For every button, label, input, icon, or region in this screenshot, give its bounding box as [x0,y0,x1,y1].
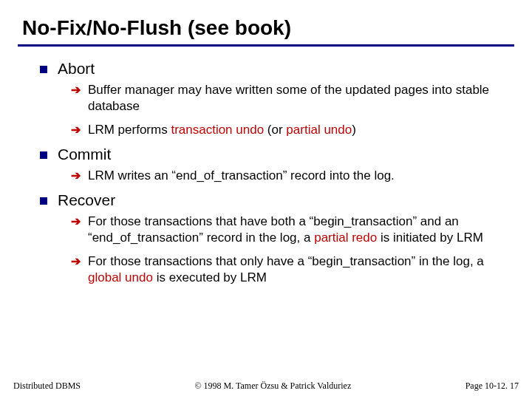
footer-center: © 1998 M. Tamer Özsu & Patrick Valduriez [81,381,466,392]
bullet-row: Recover [40,191,510,209]
bullet-row: Abort [40,60,510,78]
arrow-icon: ➔ [71,214,81,230]
section-commit: Commit ➔ LRM writes an “end_of_transacti… [40,146,510,184]
sub-list: ➔ Buffer manager may have written some o… [40,82,510,138]
slide-title: No-Fix/No-Flush (see book) [18,16,514,47]
slide-content: Abort ➔ Buffer manager may have written … [22,60,510,286]
sub-item: ➔ For those transactions that have both … [71,214,510,246]
arrow-icon: ➔ [71,253,81,270]
sub-text: Buffer manager may have written some of … [88,82,510,115]
footer: Distributed DBMS © 1998 M. Tamer Özsu & … [0,381,532,392]
section-recover: Recover ➔ For those transactions that ha… [40,191,510,286]
section-heading: Abort [58,60,95,78]
section-heading: Recover [58,191,115,209]
arrow-icon: ➔ [71,168,81,184]
sub-text: For those transactions that have both a … [88,214,510,246]
sub-text: For those transactions that only have a … [88,253,510,286]
slide: No-Fix/No-Flush (see book) Abort ➔ Buffe… [0,0,532,399]
section-abort: Abort ➔ Buffer manager may have written … [40,60,510,138]
sub-list: ➔ For those transactions that have both … [40,214,510,286]
sub-text: LRM writes an “end_of_transaction” recor… [88,168,395,184]
sub-item: ➔ LRM writes an “end_of_transaction” rec… [71,168,510,184]
footer-left: Distributed DBMS [13,381,81,392]
footer-right: Page 10-12. 17 [466,381,519,392]
sub-item: ➔ For those transactions that only have … [71,253,510,286]
sub-item: ➔ Buffer manager may have written some o… [71,82,510,115]
bullet-row: Commit [40,146,510,163]
square-bullet-icon [40,197,47,205]
sub-item: ➔ LRM performs transaction undo (or part… [71,122,510,138]
sub-list: ➔ LRM writes an “end_of_transaction” rec… [40,168,510,184]
sub-text: LRM performs transaction undo (or partia… [88,122,356,138]
arrow-icon: ➔ [71,122,81,138]
section-heading: Commit [58,146,111,163]
arrow-icon: ➔ [71,82,81,98]
square-bullet-icon [40,151,47,159]
square-bullet-icon [40,66,47,73]
